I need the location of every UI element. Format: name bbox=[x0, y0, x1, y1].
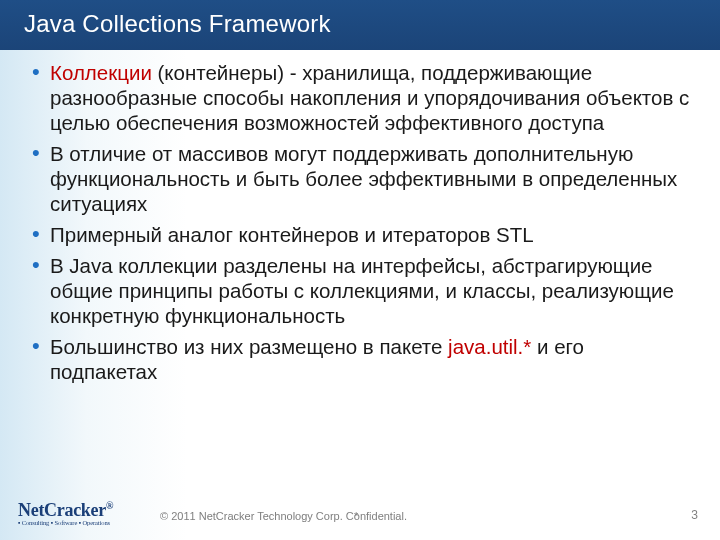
highlight-text: java.util.* bbox=[448, 335, 531, 358]
registered-icon: ® bbox=[106, 500, 113, 511]
logo-tagline: ▪ Consulting ▪ Software ▪ Operations bbox=[18, 519, 113, 526]
page-number: 3 bbox=[691, 508, 698, 522]
bullet-item: Большинство из них размещено в пакете ja… bbox=[32, 334, 694, 384]
bullet-text: В Java коллекции разделены на интерфейсы… bbox=[50, 254, 674, 327]
bullet-item: В Java коллекции разделены на интерфейсы… bbox=[32, 253, 694, 328]
slide: Java Collections Framework Коллекции (ко… bbox=[0, 0, 720, 540]
logo-text: NetCracker® bbox=[18, 500, 113, 521]
footer: NetCracker® ▪ Consulting ▪ Software ▪ Op… bbox=[0, 488, 720, 532]
bullet-list: Коллекции (контейнеры) - хранилища, подд… bbox=[32, 60, 694, 384]
copyright-text: © 2011 NetCracker Technology Corp. Confi… bbox=[160, 510, 407, 522]
asterisk-text: * bbox=[354, 510, 358, 522]
highlight-text: Коллекции bbox=[50, 61, 152, 84]
bullet-item: Коллекции (контейнеры) - хранилища, подд… bbox=[32, 60, 694, 135]
logo-name: NetCracker bbox=[18, 500, 106, 520]
bullet-item: Примерный аналог контейнеров и итераторо… bbox=[32, 222, 694, 247]
slide-body: Коллекции (контейнеры) - хранилища, подд… bbox=[0, 50, 720, 384]
bullet-text: Большинство из них размещено в пакете bbox=[50, 335, 448, 358]
slide-title: Java Collections Framework bbox=[0, 0, 720, 50]
bullet-item: В отличие от массивов могут поддерживать… bbox=[32, 141, 694, 216]
bullet-text: Примерный аналог контейнеров и итераторо… bbox=[50, 223, 534, 246]
bullet-text: В отличие от массивов могут поддерживать… bbox=[50, 142, 677, 215]
logo: NetCracker® ▪ Consulting ▪ Software ▪ Op… bbox=[18, 500, 113, 526]
